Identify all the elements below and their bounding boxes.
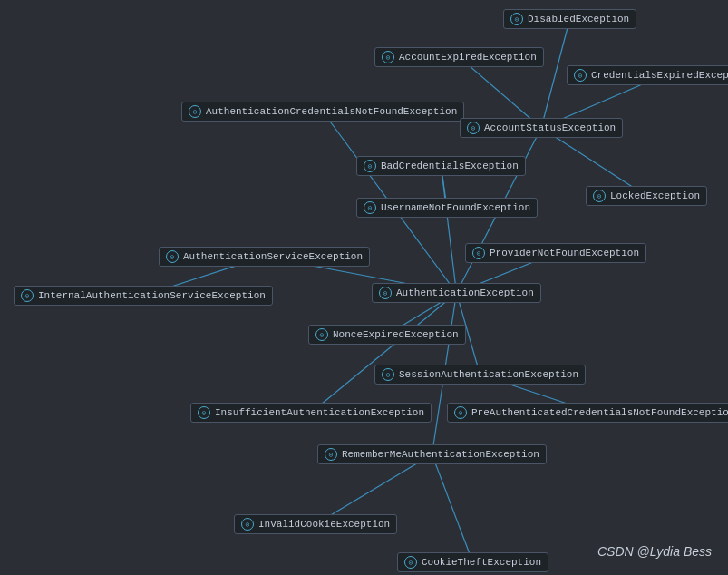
node-icon: ⊙ (574, 69, 587, 82)
node-icon: ⊙ (510, 13, 523, 25)
node-disabledexception: ⊙DisabledException (503, 9, 636, 29)
node-internalauthenticationserviceexception: ⊙InternalAuthenticationServiceException (14, 286, 273, 306)
node-label: LockedException (610, 190, 700, 201)
node-authenticationserviceexception: ⊙AuthenticationServiceException (159, 247, 370, 267)
node-icon: ⊙ (325, 448, 337, 461)
node-label: AuthenticationServiceException (183, 251, 363, 262)
node-icon: ⊙ (315, 328, 328, 341)
node-label: InsufficientAuthenticationException (215, 407, 424, 418)
node-icon: ⊙ (21, 289, 34, 302)
node-nonceexpiredexception: ⊙NonceExpiredException (308, 325, 466, 345)
node-label: AccountStatusException (484, 122, 616, 133)
node-label: AuthenticationException (396, 288, 534, 298)
node-label: NonceExpiredException (333, 329, 459, 340)
watermark: CSDN @Lydia Bess (597, 544, 712, 559)
node-cookietheftexception: ⊙CookieTheftException (397, 552, 548, 572)
node-label: AccountExpiredException (399, 52, 537, 63)
node-icon: ⊙ (189, 105, 201, 118)
node-label: InternalAuthenticationServiceException (38, 290, 266, 301)
node-icon: ⊙ (472, 247, 485, 259)
node-icon: ⊙ (382, 51, 394, 63)
node-label: SessionAuthenticationException (399, 369, 578, 380)
node-icon: ⊙ (593, 190, 606, 202)
svg-line-13 (311, 293, 457, 413)
node-label: UsernameNotFoundException (381, 202, 530, 213)
node-insufficientauthenticationexception: ⊙InsufficientAuthenticationException (190, 403, 432, 423)
node-accountexpiredexception: ⊙AccountExpiredException (374, 47, 544, 67)
node-usernamenotfoundexception: ⊙UsernameNotFoundException (356, 198, 538, 218)
node-label: RememberMeAuthenticationException (342, 449, 539, 460)
svg-line-5 (442, 166, 457, 293)
node-icon: ⊙ (364, 160, 376, 172)
node-label: PreAuthenticatedCredentialsNotFoundExcep… (471, 407, 728, 418)
node-credentialsexpiredexception: ⊙CredentialsExpiredException (567, 65, 728, 85)
node-icon: ⊙ (404, 556, 417, 569)
node-icon: ⊙ (166, 250, 179, 263)
node-icon: ⊙ (467, 122, 480, 134)
node-accountstatusexception: ⊙AccountStatusException (460, 118, 623, 138)
svg-line-1 (541, 19, 570, 128)
node-icon: ⊙ (364, 201, 376, 214)
node-label: CookieTheftException (422, 557, 541, 568)
node-providernotfoundexception: ⊙ProviderNotFoundException (465, 243, 646, 263)
node-label: DisabledException (528, 14, 629, 24)
node-lockedexceptionnode: ⊙LockedException (586, 186, 707, 206)
node-label: AuthenticationCredentialsNotFoundExcepti… (206, 106, 457, 117)
node-label: CredentialsExpiredException (591, 70, 728, 81)
node-icon: ⊙ (198, 406, 210, 419)
node-icon: ⊙ (241, 518, 254, 531)
node-authenticationcredentialsnotfoundexception: ⊙AuthenticationCredentialsNotFoundExcept… (181, 102, 464, 122)
node-preauthenticatedcredentialsnotfoundexception: ⊙PreAuthenticatedCredentialsNotFoundExce… (447, 403, 728, 423)
node-label: BadCredentialsException (381, 161, 519, 171)
node-icon: ⊙ (379, 287, 392, 299)
svg-line-17 (432, 454, 473, 562)
node-label: InvalidCookieException (258, 519, 390, 530)
node-icon: ⊙ (382, 368, 394, 381)
node-icon: ⊙ (454, 406, 467, 419)
node-label: ProviderNotFoundException (490, 248, 639, 258)
node-remembermeauthenticationexception: ⊙RememberMeAuthenticationException (317, 444, 547, 464)
node-badcredentialsexception: ⊙BadCredentialsException (356, 156, 526, 176)
node-sessionauthenticationexception: ⊙SessionAuthenticationException (374, 365, 586, 385)
node-invalidcookieexception: ⊙InvalidCookieException (234, 514, 397, 534)
node-authenticationexception: ⊙AuthenticationException (372, 283, 541, 303)
